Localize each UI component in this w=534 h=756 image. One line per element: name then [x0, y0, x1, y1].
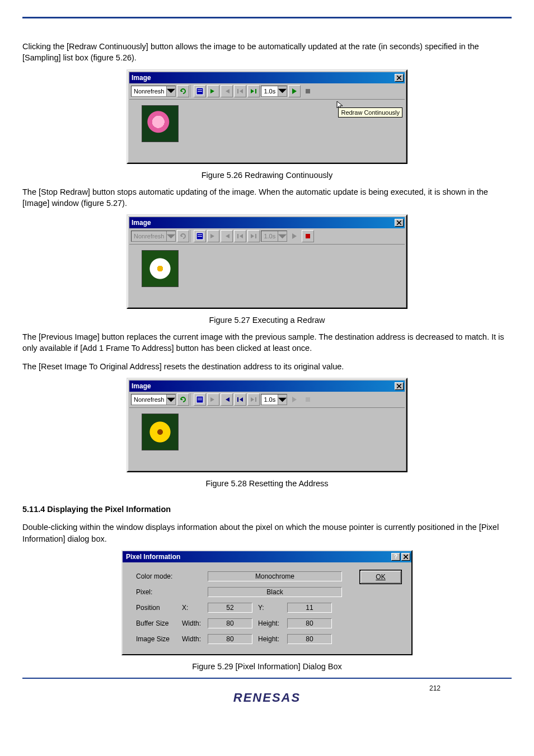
label-position: Position [136, 604, 182, 612]
svg-rect-11 [306, 234, 310, 238]
image-canvas: Redraw Continuously [129, 100, 405, 161]
svg-rect-2 [198, 91, 202, 92]
next-frame-icon[interactable] [207, 393, 219, 406]
dialog-title: Pixel Information [126, 553, 390, 561]
svg-rect-3 [237, 89, 238, 93]
sampling-combo[interactable]: 1.0s [261, 86, 287, 97]
separator [191, 85, 192, 97]
value-y: 11 [287, 603, 332, 613]
label-width: Width: [182, 619, 208, 627]
sampling-value: 1.0s [261, 233, 278, 240]
close-button[interactable] [401, 553, 410, 561]
toolbar: Nonrefresh 1.0s [129, 228, 405, 245]
label-y: Y: [258, 604, 287, 612]
add-frame-icon[interactable] [247, 393, 260, 406]
caption-fig26: Figure 5.26 Redrawing Continuously [22, 171, 512, 180]
section-5-11-4-body: Double-clicking within the window displa… [22, 522, 512, 544]
svg-rect-14 [198, 400, 202, 400]
svg-rect-4 [255, 89, 256, 93]
svg-rect-10 [255, 234, 256, 238]
separator [191, 393, 192, 406]
value-buf-width: 80 [208, 618, 252, 628]
svg-rect-9 [237, 234, 238, 238]
refresh-icon[interactable] [177, 393, 189, 406]
sampling-combo: 1.0s [261, 231, 287, 242]
renesas-logo-text: RENESAS [233, 691, 301, 705]
svg-rect-8 [198, 236, 202, 237]
reset-frame-icon[interactable] [234, 393, 246, 406]
titlebar: Image [129, 72, 405, 83]
image-window-fig26: Image Nonrefresh 1.0s [127, 69, 407, 164]
add-frame-icon [247, 230, 260, 242]
label-pixel: Pixel: [136, 588, 182, 596]
footer-rule [22, 678, 512, 679]
close-button[interactable] [395, 219, 404, 227]
properties-icon[interactable] [194, 85, 206, 97]
paragraph-4: The [Reset Image To Original Address] re… [22, 361, 512, 372]
toolbar: Nonrefresh 1.0s [129, 392, 405, 408]
chevron-down-icon [278, 231, 287, 241]
window-title: Image [132, 382, 394, 390]
titlebar: Image [129, 217, 405, 228]
image-canvas [129, 408, 405, 469]
refresh-icon[interactable] [177, 85, 189, 97]
value-pixel: Black [208, 587, 342, 597]
titlebar: Image [129, 381, 405, 392]
image-canvas [129, 245, 405, 306]
close-button[interactable] [395, 74, 404, 82]
prev-frame-icon [221, 230, 233, 242]
refresh-mode-value: Nonrefresh [132, 233, 166, 240]
sampling-combo[interactable]: 1.0s [261, 394, 287, 405]
refresh-mode-value: Nonrefresh [132, 396, 166, 403]
chevron-down-icon [278, 395, 287, 405]
tooltip-redraw-continuously: Redraw Continuously [338, 107, 402, 118]
paragraph-2: The [Stop Redraw] button stops automatic… [22, 186, 512, 209]
svg-rect-13 [198, 398, 202, 398]
properties-icon[interactable] [194, 393, 206, 406]
value-img-width: 80 [208, 634, 252, 644]
value-img-height: 80 [287, 634, 332, 644]
properties-icon[interactable] [194, 230, 206, 242]
footer-logo: RENESAS [0, 687, 534, 709]
paragraph-1: Clicking the [Redraw Continuously] butto… [22, 41, 512, 64]
image-thumbnail [142, 250, 179, 287]
image-window-fig27: Image Nonrefresh 1.0s [127, 214, 407, 309]
label-x: X: [182, 604, 208, 612]
window-title: Image [132, 219, 394, 227]
play-icon[interactable] [288, 393, 301, 406]
sampling-value: 1.0s [261, 88, 278, 95]
caption-fig29: Figure 5.29 [Pixel Information] Dialog B… [22, 662, 512, 671]
chevron-down-icon [278, 86, 287, 96]
stop-icon[interactable] [302, 393, 314, 406]
refresh-mode-combo[interactable]: Nonrefresh [131, 394, 176, 405]
chevron-down-icon [166, 231, 175, 241]
label-image-size: Image Size [136, 635, 182, 643]
close-button[interactable] [395, 382, 404, 390]
help-button[interactable]: ? [391, 553, 400, 561]
next-frame-icon[interactable] [207, 85, 219, 97]
section-5-11-4-title: 5.11.4 Displaying the Pixel Information [22, 504, 512, 515]
reset-frame-icon[interactable] [234, 85, 246, 97]
prev-frame-icon[interactable] [221, 393, 233, 406]
stop-icon[interactable] [302, 85, 314, 97]
caption-fig27: Figure 5.27 Executing a Redraw [22, 316, 512, 325]
image-thumbnail [142, 414, 179, 450]
value-x: 52 [208, 603, 252, 613]
toolbar: Nonrefresh 1.0s [129, 83, 405, 100]
value-color-mode: Monochrome [208, 571, 342, 581]
stop-icon[interactable] [302, 230, 314, 242]
separator [191, 230, 192, 242]
add-frame-icon[interactable] [247, 85, 260, 97]
svg-rect-17 [306, 397, 310, 402]
svg-rect-5 [306, 89, 310, 93]
svg-rect-7 [198, 234, 202, 235]
label-buffer-size: Buffer Size [136, 619, 182, 627]
label-color-mode: Color mode: [136, 572, 182, 580]
pixel-information-dialog: Pixel Information ? OK Color mode: Monoc… [121, 550, 413, 655]
svg-rect-16 [255, 397, 256, 402]
header-rule [22, 17, 512, 18]
refresh-mode-combo[interactable]: Nonrefresh [131, 86, 176, 97]
ok-button[interactable]: OK [360, 570, 401, 584]
play-icon[interactable] [288, 85, 301, 97]
prev-frame-icon[interactable] [221, 85, 233, 97]
